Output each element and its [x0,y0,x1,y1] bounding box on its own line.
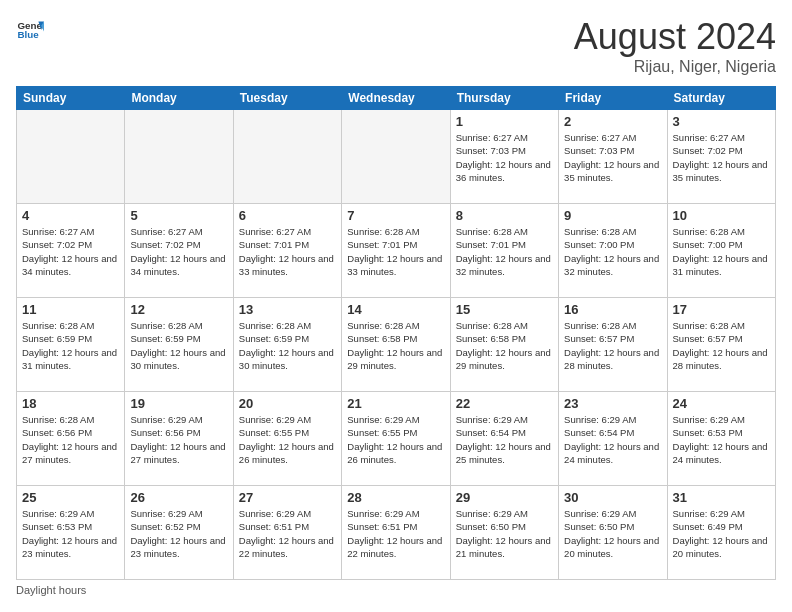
calendar-cell: 27Sunrise: 6:29 AM Sunset: 6:51 PM Dayli… [233,486,341,580]
day-info: Sunrise: 6:28 AM Sunset: 6:59 PM Dayligh… [130,319,227,372]
day-number: 20 [239,396,336,411]
day-info: Sunrise: 6:28 AM Sunset: 7:00 PM Dayligh… [564,225,661,278]
day-number: 27 [239,490,336,505]
weekday-header-cell: Thursday [450,87,558,110]
calendar-cell: 4Sunrise: 6:27 AM Sunset: 7:02 PM Daylig… [17,204,125,298]
day-info: Sunrise: 6:29 AM Sunset: 6:54 PM Dayligh… [456,413,553,466]
calendar-cell [125,110,233,204]
calendar-cell: 7Sunrise: 6:28 AM Sunset: 7:01 PM Daylig… [342,204,450,298]
day-number: 13 [239,302,336,317]
day-number: 29 [456,490,553,505]
calendar-cell: 8Sunrise: 6:28 AM Sunset: 7:01 PM Daylig… [450,204,558,298]
calendar-week-row: 1Sunrise: 6:27 AM Sunset: 7:03 PM Daylig… [17,110,776,204]
day-info: Sunrise: 6:28 AM Sunset: 7:00 PM Dayligh… [673,225,770,278]
day-info: Sunrise: 6:28 AM Sunset: 6:57 PM Dayligh… [673,319,770,372]
day-number: 17 [673,302,770,317]
day-info: Sunrise: 6:27 AM Sunset: 7:03 PM Dayligh… [564,131,661,184]
day-number: 10 [673,208,770,223]
day-info: Sunrise: 6:28 AM Sunset: 6:58 PM Dayligh… [347,319,444,372]
footer-note: Daylight hours [16,584,776,596]
day-number: 1 [456,114,553,129]
day-info: Sunrise: 6:27 AM Sunset: 7:02 PM Dayligh… [130,225,227,278]
calendar-cell [342,110,450,204]
calendar-cell: 14Sunrise: 6:28 AM Sunset: 6:58 PM Dayli… [342,298,450,392]
location-title: Rijau, Niger, Nigeria [574,58,776,76]
day-number: 14 [347,302,444,317]
day-info: Sunrise: 6:28 AM Sunset: 6:57 PM Dayligh… [564,319,661,372]
day-info: Sunrise: 6:29 AM Sunset: 6:54 PM Dayligh… [564,413,661,466]
day-number: 4 [22,208,119,223]
calendar-cell: 31Sunrise: 6:29 AM Sunset: 6:49 PM Dayli… [667,486,775,580]
day-info: Sunrise: 6:27 AM Sunset: 7:03 PM Dayligh… [456,131,553,184]
day-number: 2 [564,114,661,129]
calendar-cell: 6Sunrise: 6:27 AM Sunset: 7:01 PM Daylig… [233,204,341,298]
calendar-cell: 26Sunrise: 6:29 AM Sunset: 6:52 PM Dayli… [125,486,233,580]
calendar-cell: 30Sunrise: 6:29 AM Sunset: 6:50 PM Dayli… [559,486,667,580]
day-info: Sunrise: 6:28 AM Sunset: 7:01 PM Dayligh… [347,225,444,278]
day-info: Sunrise: 6:28 AM Sunset: 6:59 PM Dayligh… [239,319,336,372]
calendar-cell: 19Sunrise: 6:29 AM Sunset: 6:56 PM Dayli… [125,392,233,486]
title-block: August 2024 Rijau, Niger, Nigeria [574,16,776,76]
calendar-cell: 11Sunrise: 6:28 AM Sunset: 6:59 PM Dayli… [17,298,125,392]
day-number: 9 [564,208,661,223]
logo: General Blue [16,16,44,44]
calendar-table: SundayMondayTuesdayWednesdayThursdayFrid… [16,86,776,580]
calendar-week-row: 4Sunrise: 6:27 AM Sunset: 7:02 PM Daylig… [17,204,776,298]
weekday-header-cell: Saturday [667,87,775,110]
day-info: Sunrise: 6:29 AM Sunset: 6:50 PM Dayligh… [564,507,661,560]
calendar-cell: 1Sunrise: 6:27 AM Sunset: 7:03 PM Daylig… [450,110,558,204]
day-info: Sunrise: 6:28 AM Sunset: 6:59 PM Dayligh… [22,319,119,372]
calendar-cell: 22Sunrise: 6:29 AM Sunset: 6:54 PM Dayli… [450,392,558,486]
day-info: Sunrise: 6:29 AM Sunset: 6:55 PM Dayligh… [347,413,444,466]
calendar-cell: 2Sunrise: 6:27 AM Sunset: 7:03 PM Daylig… [559,110,667,204]
calendar-cell: 13Sunrise: 6:28 AM Sunset: 6:59 PM Dayli… [233,298,341,392]
day-info: Sunrise: 6:29 AM Sunset: 6:56 PM Dayligh… [130,413,227,466]
day-info: Sunrise: 6:28 AM Sunset: 7:01 PM Dayligh… [456,225,553,278]
month-title: August 2024 [574,16,776,58]
day-number: 25 [22,490,119,505]
calendar-cell: 21Sunrise: 6:29 AM Sunset: 6:55 PM Dayli… [342,392,450,486]
calendar-cell: 12Sunrise: 6:28 AM Sunset: 6:59 PM Dayli… [125,298,233,392]
calendar-cell: 18Sunrise: 6:28 AM Sunset: 6:56 PM Dayli… [17,392,125,486]
weekday-header-cell: Sunday [17,87,125,110]
calendar-cell: 23Sunrise: 6:29 AM Sunset: 6:54 PM Dayli… [559,392,667,486]
calendar-cell: 15Sunrise: 6:28 AM Sunset: 6:58 PM Dayli… [450,298,558,392]
day-number: 7 [347,208,444,223]
calendar-cell: 5Sunrise: 6:27 AM Sunset: 7:02 PM Daylig… [125,204,233,298]
calendar-week-row: 25Sunrise: 6:29 AM Sunset: 6:53 PM Dayli… [17,486,776,580]
weekday-header-cell: Wednesday [342,87,450,110]
day-info: Sunrise: 6:27 AM Sunset: 7:02 PM Dayligh… [673,131,770,184]
calendar-cell: 29Sunrise: 6:29 AM Sunset: 6:50 PM Dayli… [450,486,558,580]
weekday-header-cell: Friday [559,87,667,110]
day-number: 24 [673,396,770,411]
day-number: 5 [130,208,227,223]
day-number: 31 [673,490,770,505]
calendar-week-row: 18Sunrise: 6:28 AM Sunset: 6:56 PM Dayli… [17,392,776,486]
day-number: 15 [456,302,553,317]
calendar-body: 1Sunrise: 6:27 AM Sunset: 7:03 PM Daylig… [17,110,776,580]
calendar-cell: 9Sunrise: 6:28 AM Sunset: 7:00 PM Daylig… [559,204,667,298]
day-info: Sunrise: 6:29 AM Sunset: 6:55 PM Dayligh… [239,413,336,466]
day-number: 30 [564,490,661,505]
day-info: Sunrise: 6:29 AM Sunset: 6:49 PM Dayligh… [673,507,770,560]
day-number: 19 [130,396,227,411]
day-number: 11 [22,302,119,317]
calendar-cell: 3Sunrise: 6:27 AM Sunset: 7:02 PM Daylig… [667,110,775,204]
calendar-cell: 24Sunrise: 6:29 AM Sunset: 6:53 PM Dayli… [667,392,775,486]
day-number: 6 [239,208,336,223]
header: General Blue August 2024 Rijau, Niger, N… [16,16,776,76]
day-info: Sunrise: 6:29 AM Sunset: 6:51 PM Dayligh… [347,507,444,560]
day-number: 23 [564,396,661,411]
day-info: Sunrise: 6:28 AM Sunset: 6:56 PM Dayligh… [22,413,119,466]
calendar-cell: 20Sunrise: 6:29 AM Sunset: 6:55 PM Dayli… [233,392,341,486]
day-number: 21 [347,396,444,411]
calendar-cell [17,110,125,204]
calendar-week-row: 11Sunrise: 6:28 AM Sunset: 6:59 PM Dayli… [17,298,776,392]
day-info: Sunrise: 6:29 AM Sunset: 6:53 PM Dayligh… [22,507,119,560]
calendar-cell: 25Sunrise: 6:29 AM Sunset: 6:53 PM Dayli… [17,486,125,580]
day-number: 26 [130,490,227,505]
weekday-header-cell: Monday [125,87,233,110]
calendar-cell: 28Sunrise: 6:29 AM Sunset: 6:51 PM Dayli… [342,486,450,580]
calendar-cell: 16Sunrise: 6:28 AM Sunset: 6:57 PM Dayli… [559,298,667,392]
day-info: Sunrise: 6:29 AM Sunset: 6:51 PM Dayligh… [239,507,336,560]
